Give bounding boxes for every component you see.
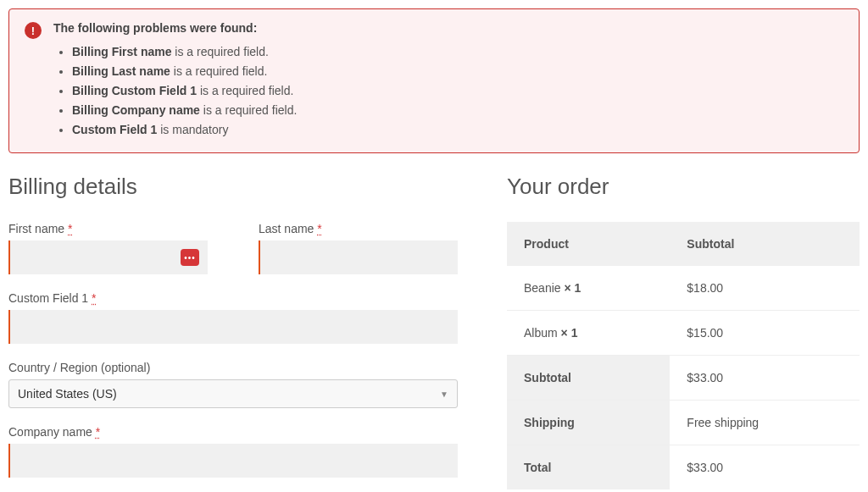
order-total-row: Total $33.00 (507, 445, 860, 490)
custom-field-1-label: Custom Field 1 * (8, 291, 458, 305)
required-star: * (96, 425, 100, 439)
last-name-input[interactable] (259, 240, 458, 274)
order-table-header: Product Subtotal (507, 222, 860, 266)
required-star: * (92, 291, 96, 305)
company-input[interactable] (8, 444, 458, 478)
last-name-field-wrap: Last name * (259, 222, 458, 274)
subtotal-value: $33.00 (670, 356, 860, 401)
order-item-name: Beanie × 1 (507, 266, 670, 311)
total-value: $33.00 (670, 445, 860, 490)
order-subtotal-row: Subtotal $33.00 (507, 356, 860, 401)
first-name-input[interactable] (8, 240, 208, 274)
subtotal-column-header: Subtotal (670, 222, 860, 266)
error-item: Billing Last name is a required field. (72, 63, 843, 80)
error-list: Billing First name is a required field. … (53, 43, 843, 139)
billing-column: Billing details First name * ••• Last na… (8, 174, 458, 492)
order-table: Product Subtotal Beanie × 1 $18.00 Album… (507, 222, 860, 489)
order-shipping-row: Shipping Free shipping (507, 401, 860, 445)
order-item-name: Album × 1 (507, 311, 670, 356)
alert-icon: ! (25, 22, 42, 39)
custom-field-1-wrap: Custom Field 1 * (8, 291, 458, 344)
password-manager-icon[interactable]: ••• (181, 249, 199, 266)
error-item: Billing Company name is a required field… (72, 102, 843, 119)
error-content: The following problems were found: Billi… (53, 21, 843, 141)
order-column: Your order Product Subtotal Beanie × 1 $… (507, 174, 860, 492)
error-notice: ! The following problems were found: Bil… (8, 8, 860, 153)
chevron-down-icon: ▼ (440, 390, 448, 399)
first-name-field-wrap: First name * ••• (8, 222, 208, 274)
country-select[interactable]: United States (US) ▼ (8, 379, 458, 408)
order-item-row: Album × 1 $15.00 (507, 311, 860, 356)
order-item-price: $15.00 (670, 311, 860, 356)
error-item: Billing First name is a required field. (72, 43, 843, 61)
last-name-label: Last name * (259, 222, 458, 235)
country-field-wrap: Country / Region (optional) United State… (8, 361, 458, 408)
country-select-value: United States (US) (18, 387, 117, 401)
order-heading: Your order (507, 174, 860, 200)
error-heading: The following problems were found: (53, 21, 843, 35)
shipping-value: Free shipping (670, 401, 860, 445)
order-item-row: Beanie × 1 $18.00 (507, 266, 860, 311)
billing-heading: Billing details (8, 174, 458, 200)
required-star: * (317, 222, 321, 235)
total-label: Total (507, 445, 670, 490)
shipping-label: Shipping (507, 401, 670, 445)
company-label: Company name * (8, 425, 458, 439)
required-star: * (68, 222, 72, 235)
country-label: Country / Region (optional) (8, 361, 458, 374)
custom-field-1-input[interactable] (8, 310, 458, 344)
error-item: Billing Custom Field 1 is a required fie… (72, 82, 843, 100)
subtotal-label: Subtotal (507, 356, 670, 401)
error-item: Custom Field 1 is mandatory (72, 121, 843, 139)
company-field-wrap: Company name * (8, 425, 458, 478)
order-item-price: $18.00 (670, 266, 860, 311)
first-name-label: First name * (8, 222, 208, 235)
product-column-header: Product (507, 222, 670, 266)
